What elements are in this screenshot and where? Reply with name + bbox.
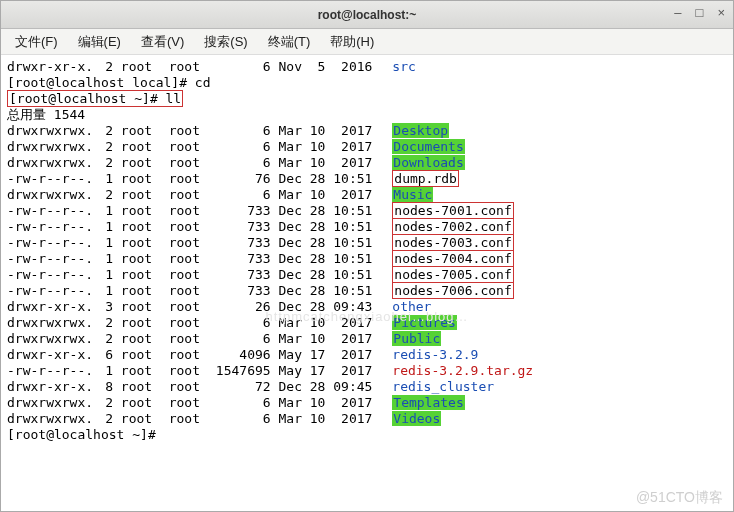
ls-row: -rw-r--r--.1 root root733 Dec 28 10:51 n…	[7, 283, 727, 299]
file-name: Documents	[392, 139, 464, 154]
window-controls: – □ ×	[674, 5, 725, 20]
file-name: nodes-7005.conf	[392, 266, 513, 283]
ls-row: drwxrwxrwx.2 root root6 Mar 10 2017 Temp…	[7, 395, 727, 411]
ls-row: drwxr-xr-x.8 root root72 Dec 28 09:45 re…	[7, 379, 727, 395]
menu-edit[interactable]: 编辑(E)	[70, 31, 129, 53]
file-name: nodes-7006.conf	[392, 282, 513, 299]
ls-row: -rw-r--r--.1 root root733 Dec 28 10:51 n…	[7, 235, 727, 251]
terminal-output[interactable]: httpmcatchengxiaohei…blog…@51CTO博客drwxr-…	[1, 55, 733, 511]
ls-row: drwxrwxrwx.2 root root6 Mar 10 2017 Desk…	[7, 123, 727, 139]
file-name: redis-3.2.9	[392, 347, 478, 362]
ls-row: -rw-r--r--.1 root root733 Dec 28 10:51 n…	[7, 267, 727, 283]
ls-row: drwxrwxrwx.2 root root6 Mar 10 2017 Vide…	[7, 411, 727, 427]
file-name: Templates	[392, 395, 464, 410]
total-line: 总用量 1544	[7, 107, 727, 123]
window-title: root@localhost:~	[318, 8, 417, 22]
file-name: Videos	[392, 411, 441, 426]
maximize-button[interactable]: □	[696, 5, 704, 20]
ls-row: drwxr-xr-x.2 root root6 Nov 5 2016 src	[7, 59, 727, 75]
ls-row: drwxrwxrwx.2 root root6 Mar 10 2017 Pict…	[7, 315, 727, 331]
ls-row: drwxr-xr-x.6 root root4096 May 17 2017 r…	[7, 347, 727, 363]
ls-row: -rw-r--r--.1 root root1547695 May 17 201…	[7, 363, 727, 379]
terminal-window: root@localhost:~ – □ × 文件(F) 编辑(E) 查看(V)…	[0, 0, 734, 512]
ls-row: -rw-r--r--.1 root root733 Dec 28 10:51 n…	[7, 203, 727, 219]
ls-row: -rw-r--r--.1 root root733 Dec 28 10:51 n…	[7, 219, 727, 235]
boxed-prompt: [root@localhost ~]# ll	[7, 90, 183, 107]
menu-file[interactable]: 文件(F)	[7, 31, 66, 53]
file-name: redis_cluster	[392, 379, 494, 394]
menu-search[interactable]: 搜索(S)	[196, 31, 255, 53]
menu-terminal[interactable]: 终端(T)	[260, 31, 319, 53]
file-name: Music	[392, 187, 433, 202]
menubar: 文件(F) 编辑(E) 查看(V) 搜索(S) 终端(T) 帮助(H)	[1, 29, 733, 55]
minimize-button[interactable]: –	[674, 5, 681, 20]
menu-help[interactable]: 帮助(H)	[322, 31, 382, 53]
file-name: Desktop	[392, 123, 449, 138]
ls-row: drwxrwxrwx.2 root root6 Mar 10 2017 Musi…	[7, 187, 727, 203]
ls-row: drwxr-xr-x.3 root root26 Dec 28 09:43 ot…	[7, 299, 727, 315]
close-button[interactable]: ×	[717, 5, 725, 20]
prompt-cd: [root@localhost local]# cd	[7, 75, 727, 91]
prompt-current[interactable]: [root@localhost ~]#	[7, 427, 727, 443]
file-name: redis-3.2.9.tar.gz	[392, 363, 533, 378]
ls-row: -rw-r--r--.1 root root76 Dec 28 10:51 du…	[7, 171, 727, 187]
ls-row: drwxrwxrwx.2 root root6 Mar 10 2017 Down…	[7, 155, 727, 171]
file-name: nodes-7004.conf	[392, 250, 513, 267]
ls-row: drwxrwxrwx.2 root root6 Mar 10 2017 Docu…	[7, 139, 727, 155]
titlebar: root@localhost:~ – □ ×	[1, 1, 733, 29]
prompt-ll: [root@localhost ~]# ll	[7, 91, 727, 107]
ls-row: -rw-r--r--.1 root root733 Dec 28 10:51 n…	[7, 251, 727, 267]
file-name: Pictures	[392, 315, 457, 330]
ls-row: drwxrwxrwx.2 root root6 Mar 10 2017 Publ…	[7, 331, 727, 347]
file-name: nodes-7002.conf	[392, 218, 513, 235]
file-name: nodes-7001.conf	[392, 202, 513, 219]
file-name: nodes-7003.conf	[392, 234, 513, 251]
file-name: Downloads	[392, 155, 464, 170]
watermark-corner: @51CTO博客	[636, 489, 723, 505]
menu-view[interactable]: 查看(V)	[133, 31, 192, 53]
file-name-src: src	[392, 59, 415, 74]
file-name: Public	[392, 331, 441, 346]
file-name: other	[392, 299, 431, 314]
file-name: dump.rdb	[392, 170, 459, 187]
